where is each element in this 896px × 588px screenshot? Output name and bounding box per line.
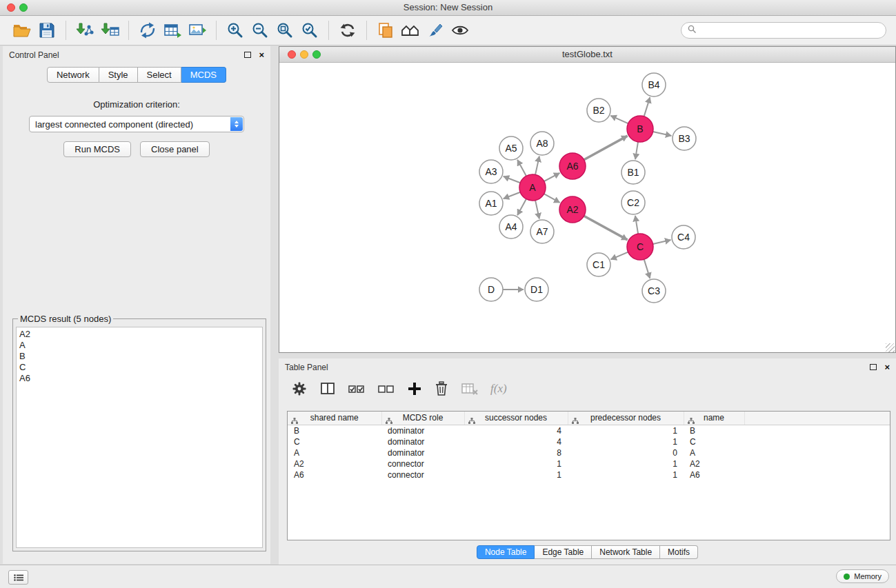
graph-edge-A-A4[interactable] [517, 199, 526, 216]
graph-node-C2[interactable]: C2 [621, 191, 645, 214]
result-item[interactable]: A2 [19, 329, 259, 340]
graph-edge-A2-C[interactable] [584, 216, 628, 240]
table-row[interactable]: A2connector11A2 [288, 458, 890, 469]
graph-edge-C-C4[interactable] [653, 240, 671, 244]
graph-node-B[interactable]: B [627, 116, 653, 142]
graph-edge-A-A8[interactable] [535, 156, 539, 175]
style-brush-icon[interactable] [423, 19, 448, 41]
graph-node-A7[interactable]: A7 [530, 220, 554, 243]
close-panel-icon[interactable]: × [884, 364, 890, 371]
table-row[interactable]: Adominator80A [288, 447, 890, 458]
tab-style[interactable]: Style [99, 67, 138, 83]
select-all-icon[interactable] [348, 381, 366, 397]
graph-edge-B-B4[interactable] [644, 97, 650, 116]
column-header-name[interactable]: name [684, 412, 744, 425]
graph-node-B4[interactable]: B4 [642, 73, 666, 97]
search-box[interactable] [681, 22, 886, 39]
column-header-successor-nodes[interactable]: successor nodes [464, 412, 568, 425]
settings-icon[interactable] [291, 381, 308, 397]
tab-mcds[interactable]: MCDS [181, 67, 226, 83]
new-table-icon[interactable] [160, 19, 185, 41]
graph-edge-A-A6[interactable] [544, 173, 560, 181]
close-window-button[interactable] [7, 3, 15, 12]
graph-edge-A-A1[interactable] [504, 192, 521, 199]
graph-node-D[interactable]: D [479, 278, 503, 301]
graph-node-C3[interactable]: C3 [642, 279, 666, 303]
search-input[interactable] [700, 25, 879, 36]
graph-node-B1[interactable]: B1 [621, 161, 645, 184]
result-item[interactable]: B [19, 351, 259, 362]
import-table-file-icon[interactable] [97, 19, 122, 41]
home-overview-icon[interactable] [398, 19, 423, 41]
task-history-button[interactable] [8, 570, 28, 585]
zoom-fit-icon[interactable] [272, 19, 297, 41]
column-header-shared-name[interactable]: shared name [288, 412, 381, 425]
graph-node-D1[interactable]: D1 [525, 278, 548, 301]
network-canvas[interactable]: B4B2BB3A5A8A6B1A3AC2A1A2A4A7C4CC1C3DD1 [279, 63, 895, 353]
table-row[interactable]: A6connector11A6 [288, 469, 890, 480]
float-panel-icon[interactable] [244, 52, 251, 58]
graph-edge-C-C2[interactable] [635, 216, 638, 234]
graph-node-C[interactable]: C [627, 234, 653, 260]
tab-network[interactable]: Network [47, 67, 99, 83]
close-panel-icon[interactable]: × [259, 52, 264, 59]
minimize-network-window-button[interactable] [300, 50, 308, 59]
graph-edge-A-A7[interactable] [535, 201, 539, 219]
result-item[interactable]: C [19, 362, 259, 373]
zoom-in-icon[interactable] [223, 19, 248, 41]
save-session-icon[interactable] [34, 19, 59, 41]
memory-button[interactable]: Memory [836, 569, 889, 583]
graph-edge-C-C3[interactable] [644, 259, 650, 278]
zoom-network-window-button[interactable] [312, 50, 321, 59]
graph-edge-B-B1[interactable] [635, 142, 638, 159]
graph-node-B2[interactable]: B2 [587, 99, 610, 122]
run-mcds-button[interactable]: Run MCDS [63, 141, 131, 157]
refresh-icon[interactable] [335, 19, 360, 41]
tab-edge-table[interactable]: Edge Table [535, 545, 592, 559]
graph-node-A[interactable]: A [519, 174, 546, 201]
graph-node-A3[interactable]: A3 [479, 160, 503, 183]
graph-node-A1[interactable]: A1 [479, 192, 503, 215]
graph-edge-A-A2[interactable] [544, 194, 560, 203]
graph-edge-C-C1[interactable] [610, 252, 628, 260]
graph-node-A4[interactable]: A4 [499, 215, 523, 239]
tab-node-table[interactable]: Node Table [477, 545, 535, 559]
tab-motifs[interactable]: Motifs [660, 545, 698, 559]
graph-edge-B-B2[interactable] [610, 116, 628, 123]
column-header-predecessor-nodes[interactable]: predecessor nodes [568, 412, 684, 425]
result-item[interactable]: A [19, 340, 259, 351]
graph-node-C4[interactable]: C4 [672, 225, 695, 249]
export-image-icon[interactable] [185, 19, 210, 41]
tab-select[interactable]: Select [138, 67, 181, 83]
column-header-mcds-role[interactable]: MCDS role [381, 412, 464, 425]
float-panel-icon[interactable] [870, 364, 877, 370]
graph-edge-A6-B[interactable] [584, 136, 628, 160]
result-item[interactable]: A6 [19, 373, 259, 384]
copy-view-icon[interactable] [373, 19, 398, 41]
import-network-file-icon[interactable] [72, 19, 97, 41]
graph-node-A6[interactable]: A6 [559, 153, 586, 179]
show-hide-icon[interactable] [448, 19, 472, 41]
graph-node-C1[interactable]: C1 [587, 253, 610, 276]
optimization-criterion-dropdown[interactable]: largest connected component (directed) [29, 116, 244, 132]
zoom-selected-icon[interactable] [297, 19, 322, 41]
open-session-icon[interactable] [10, 19, 34, 41]
graph-edge-B-B3[interactable] [653, 132, 672, 136]
graph-node-B3[interactable]: B3 [673, 127, 696, 150]
table-row[interactable]: Cdominator41C [288, 436, 890, 447]
graph-node-A2[interactable]: A2 [559, 196, 586, 223]
zoom-out-icon[interactable] [248, 19, 272, 41]
deselect-all-icon[interactable] [377, 381, 395, 397]
graph-edge-A-A3[interactable] [504, 176, 521, 183]
graph-node-A5[interactable]: A5 [499, 136, 523, 160]
close-network-window-button[interactable] [288, 50, 296, 59]
graph-edge-A-A5[interactable] [517, 160, 526, 176]
delete-row-icon[interactable] [434, 381, 449, 397]
close-panel-button[interactable]: Close panel [140, 141, 210, 157]
resize-handle[interactable] [886, 343, 895, 352]
graph-node-A8[interactable]: A8 [530, 132, 554, 155]
new-network-icon[interactable] [135, 19, 160, 41]
tab-network-table[interactable]: Network Table [592, 545, 660, 559]
show-columns-icon[interactable] [319, 381, 336, 397]
table-row[interactable]: Bdominator41B [288, 425, 890, 437]
